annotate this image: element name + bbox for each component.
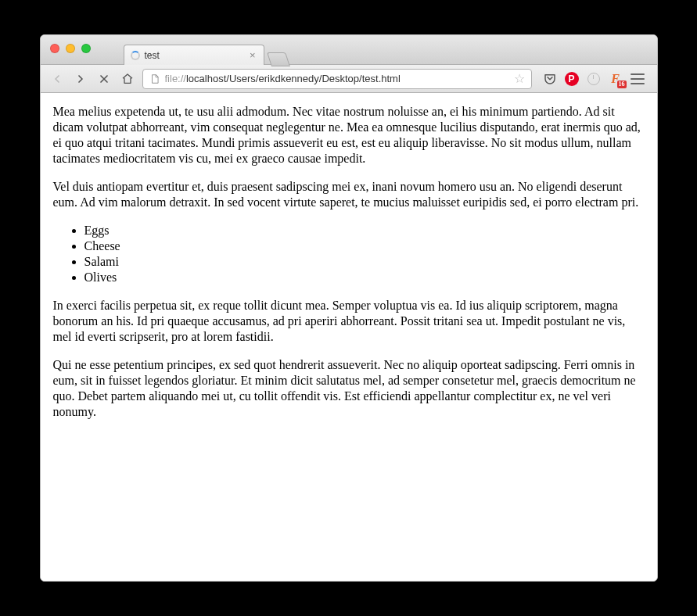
- pocket-extension-icon[interactable]: [543, 72, 557, 86]
- minimize-button[interactable]: [66, 44, 75, 53]
- maximize-button[interactable]: [81, 44, 91, 53]
- toolbar: file://localhost/Users/erikdkennedy/Desk…: [41, 65, 657, 93]
- forward-button[interactable]: [72, 70, 89, 88]
- window-controls: [41, 35, 100, 53]
- browser-tab[interactable]: test ×: [124, 45, 264, 65]
- list-item: Eggs: [84, 223, 645, 238]
- file-icon: [149, 73, 160, 84]
- bookmark-star-icon[interactable]: ☆: [514, 71, 525, 86]
- list-item: Salami: [84, 254, 645, 270]
- tab-title: test: [145, 50, 243, 61]
- back-button[interactable]: [49, 70, 66, 88]
- paragraph: Qui ne esse petentium principes, ex sed …: [53, 357, 645, 420]
- new-tab-button[interactable]: [267, 52, 290, 66]
- paragraph: In exerci facilis perpetua sit, ex reque…: [53, 298, 645, 345]
- titlebar: test ×: [41, 35, 657, 65]
- paragraph: Vel duis antiopam evertitur et, duis pra…: [53, 179, 645, 210]
- paragraph: Mea melius expetenda ut, te usu alii adm…: [53, 104, 645, 167]
- pinterest-extension-icon[interactable]: P: [565, 72, 579, 86]
- firebug-extension-icon[interactable]: F 16: [609, 72, 623, 86]
- url-text: file://localhost/Users/erikdkennedy/Desk…: [165, 73, 509, 84]
- close-button[interactable]: [50, 44, 59, 53]
- tab-strip: test ×: [124, 35, 288, 64]
- list-item: Olives: [84, 270, 645, 285]
- list-item: Cheese: [84, 238, 645, 254]
- firebug-badge: 16: [617, 81, 627, 88]
- tab-close-button[interactable]: ×: [248, 49, 257, 61]
- clock-extension-icon[interactable]: [587, 72, 601, 86]
- bullet-list: Eggs Cheese Salami Olives: [53, 223, 645, 285]
- stop-button[interactable]: [95, 70, 113, 88]
- menu-button[interactable]: [631, 72, 645, 86]
- hamburger-icon: [631, 73, 645, 84]
- page-content: Mea melius expetenda ut, te usu alii adm…: [41, 93, 657, 581]
- browser-window: test × file://localhost/Users/erikdkenne…: [40, 34, 658, 582]
- home-button[interactable]: [119, 70, 136, 88]
- loading-spinner-icon: [131, 51, 140, 60]
- extension-icons: P F 16: [538, 72, 649, 86]
- address-bar[interactable]: file://localhost/Users/erikdkennedy/Desk…: [142, 69, 532, 89]
